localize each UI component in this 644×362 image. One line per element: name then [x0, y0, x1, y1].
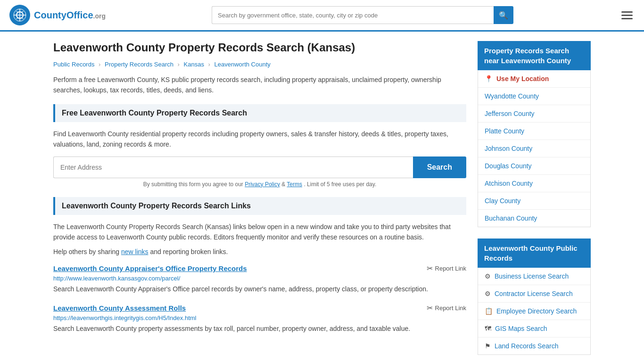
- address-search-button[interactable]: Search: [413, 156, 466, 178]
- platte-county-link[interactable]: Platte County: [485, 127, 524, 135]
- business-license-link[interactable]: Business License Search: [495, 272, 569, 280]
- map-icon-gis: 🗺: [485, 325, 491, 332]
- record-url-2: https://leavenworthgis.integritygis.com/…: [53, 314, 466, 321]
- address-input[interactable]: [53, 156, 413, 178]
- main-container: Leavenworth County Property Records Sear…: [44, 32, 600, 362]
- sidebar-public-records-list: ⚙ Business License Search ⚙ Contractor L…: [478, 268, 591, 355]
- wyandotte-county-link[interactable]: Wyandotte County: [485, 92, 539, 100]
- sidebar-use-location[interactable]: 📍 Use My Location: [478, 70, 590, 88]
- breadcrumb-leavenworth-county[interactable]: Leavenworth County: [215, 61, 271, 68]
- breadcrumb-kansas[interactable]: Kansas: [184, 61, 204, 68]
- employee-directory-link[interactable]: Employee Directory Search: [496, 307, 577, 315]
- breadcrumb-sep-3: ›: [208, 61, 210, 68]
- report-icon-1: ✂: [427, 264, 433, 273]
- breadcrumb-sep-2: ›: [178, 61, 180, 68]
- breadcrumb-property-records-search[interactable]: Property Records Search: [105, 61, 173, 68]
- sidebar-item-gis-maps[interactable]: 🗺 GIS Maps Search: [478, 320, 590, 337]
- content-area: Leavenworth County Property Records Sear…: [53, 41, 466, 362]
- sidebar-item-contractor-license[interactable]: ⚙ Contractor License Search: [478, 285, 590, 303]
- sidebar-item-business-license[interactable]: ⚙ Business License Search: [478, 268, 590, 285]
- sidebar-item-jefferson[interactable]: Jefferson County: [478, 105, 590, 123]
- logo-area: CountyOffice.org: [9, 5, 106, 25]
- sidebar-item-wyandotte[interactable]: Wyandotte County: [478, 88, 590, 105]
- logo-icon: [9, 5, 30, 25]
- sidebar-item-land-records[interactable]: ⚑ Land Records Search: [478, 337, 590, 354]
- breadcrumb-public-records[interactable]: Public Records: [53, 61, 94, 68]
- links-description: The Leavenworth County Property Records …: [53, 222, 466, 243]
- page-description: Perform a free Leavenworth County, KS pu…: [53, 74, 466, 96]
- sidebar-item-douglas[interactable]: Douglas County: [478, 157, 590, 175]
- contractor-license-link[interactable]: Contractor License Search: [495, 290, 573, 297]
- sidebar-nearby-title: Property Records Search near Leavenworth…: [478, 41, 591, 70]
- record-desc-2: Search Leavenworth County property asses…: [53, 324, 466, 334]
- privacy-policy-link[interactable]: Privacy Policy: [245, 181, 280, 188]
- buchanan-county-link[interactable]: Buchanan County: [485, 214, 537, 222]
- share-line: Help others by sharing new links and rep…: [53, 248, 466, 255]
- global-search-container: 🔍: [212, 6, 513, 24]
- sidebar-item-platte[interactable]: Platte County: [478, 123, 590, 140]
- sidebar-nearby-section: Property Records Search near Leavenworth…: [478, 41, 591, 227]
- breadcrumb-sep-1: ›: [99, 61, 100, 68]
- free-search-description: Find Leavenworth County residential prop…: [53, 129, 466, 150]
- address-search-form: Search By submitting this form you agree…: [53, 156, 466, 188]
- links-section-heading: Leavenworth County Property Records Sear…: [53, 197, 466, 215]
- location-pin-icon: 📍: [485, 75, 493, 82]
- form-disclaimer: By submitting this form you agree to our…: [53, 181, 466, 188]
- sidebar-public-records-title: Leavenworth County Public Records: [478, 239, 591, 268]
- sidebar: Property Records Search near Leavenworth…: [478, 41, 591, 362]
- sidebar-public-records-section: Leavenworth County Public Records ⚙ Busi…: [478, 239, 591, 355]
- land-records-link[interactable]: Land Records Search: [495, 342, 558, 350]
- report-link-label-2: Report Link: [435, 304, 466, 312]
- search-icon: 🔍: [499, 11, 508, 20]
- record-link-item-2: Leavenworth County Assessment Rolls ✂ Re…: [53, 304, 466, 334]
- header: CountyOffice.org 🔍: [0, 0, 644, 32]
- douglas-county-link[interactable]: Douglas County: [485, 162, 532, 170]
- record-url-1: http://www.leavenworth.kansasgov.com/par…: [53, 275, 466, 282]
- gear-icon-business: ⚙: [485, 272, 491, 280]
- record-desc-1: Search Leavenworth County Appraiser's Of…: [53, 284, 466, 294]
- logo-text: CountyOffice.org: [34, 10, 106, 21]
- new-links-link[interactable]: new links: [121, 248, 149, 255]
- sidebar-item-atchison[interactable]: Atchison County: [478, 175, 590, 192]
- report-link-btn-2[interactable]: ✂ Report Link: [427, 304, 466, 313]
- johnson-county-link[interactable]: Johnson County: [485, 145, 532, 152]
- page-title: Leavenworth County Property Records Sear…: [53, 41, 466, 54]
- list-icon-employee: 📋: [485, 307, 493, 315]
- gear-icon-contractor: ⚙: [485, 290, 491, 297]
- report-link-label-1: Report Link: [435, 265, 466, 272]
- report-icon-2: ✂: [427, 304, 433, 313]
- free-search-heading: Free Leavenworth County Property Records…: [53, 104, 466, 122]
- atchison-county-link[interactable]: Atchison County: [485, 180, 533, 187]
- jefferson-county-link[interactable]: Jefferson County: [485, 110, 535, 117]
- hamburger-menu-button[interactable]: [619, 9, 635, 21]
- report-link-btn-1[interactable]: ✂ Report Link: [427, 264, 466, 273]
- flag-icon-land: ⚑: [485, 342, 491, 350]
- clay-county-link[interactable]: Clay County: [485, 197, 520, 205]
- record-link-item-1: Leavenworth County Appraiser's Office Pr…: [53, 264, 466, 294]
- sidebar-item-buchanan[interactable]: Buchanan County: [478, 210, 590, 227]
- sidebar-item-johnson[interactable]: Johnson County: [478, 140, 590, 157]
- sidebar-item-clay[interactable]: Clay County: [478, 192, 590, 210]
- sidebar-nearby-list: 📍 Use My Location Wyandotte County Jeffe…: [478, 70, 591, 227]
- global-search-input[interactable]: [212, 6, 494, 24]
- global-search-button[interactable]: 🔍: [494, 6, 513, 24]
- record-link-title-1[interactable]: Leavenworth County Appraiser's Office Pr…: [53, 264, 247, 272]
- record-link-title-2[interactable]: Leavenworth County Assessment Rolls: [53, 304, 186, 312]
- gis-maps-link[interactable]: GIS Maps Search: [495, 325, 547, 332]
- breadcrumb: Public Records › Property Records Search…: [53, 61, 466, 68]
- sidebar-item-employee-directory[interactable]: 📋 Employee Directory Search: [478, 303, 590, 320]
- terms-link[interactable]: Terms: [287, 181, 302, 188]
- use-location-label: Use My Location: [496, 75, 549, 82]
